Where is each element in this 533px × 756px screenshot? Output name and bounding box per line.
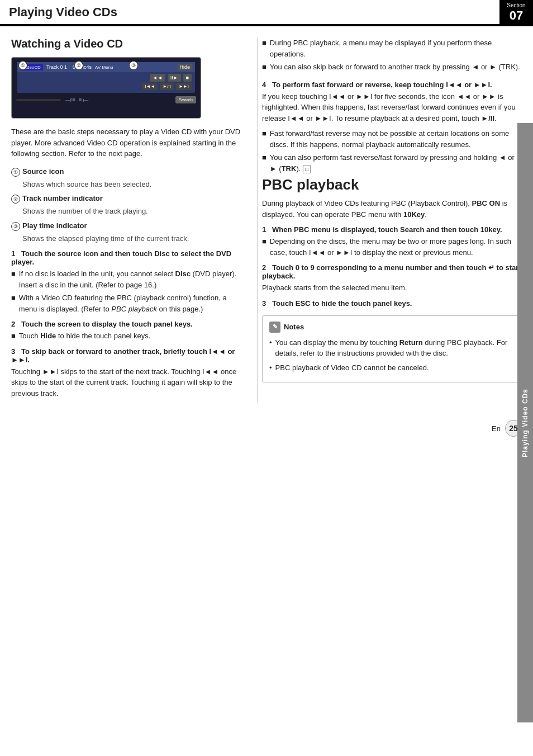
- step4-bullet1-text: Fast forward/fast reverse may not be pos…: [270, 128, 522, 150]
- device-screen: VideoCD Track 0 1 0 1mc4s AV Menu Hide ◄…: [17, 62, 195, 93]
- right-bullet1-text: During PBC playback, a menu may be displ…: [270, 37, 522, 59]
- notes-item-1: • You can display the menu by touching R…: [269, 337, 515, 359]
- notes-label: Notes: [284, 323, 304, 331]
- r-bullet-icon-2: ■: [262, 62, 266, 73]
- pbc-step1-bullet1: ■ Depending on the discs, the menu may b…: [262, 236, 522, 258]
- section-num: 07: [510, 8, 523, 23]
- pbc-title: PBC playback: [262, 176, 522, 193]
- pbc-step2-header: 2 Touch 0 to 9 corresponding to a menu n…: [262, 263, 522, 280]
- step4-bullet2: ■ You can also perform fast reverse/fast…: [262, 152, 522, 174]
- dev-btn-fwd[interactable]: II►: [168, 74, 181, 82]
- item2-desc: Shows the number of the track playing.: [22, 206, 244, 217]
- page-title: Playing Video CDs: [9, 5, 117, 20]
- header-title-wrap: Playing Video CDs: [0, 0, 499, 25]
- item1-desc: Shows which source has been selected.: [22, 179, 244, 190]
- notes-item-1-text: You can display the menu by touching Ret…: [275, 337, 515, 359]
- circle-label-1: ①: [18, 61, 27, 70]
- item3-num: ③: [11, 222, 20, 231]
- step4-bullet1: ■ Fast forward/fast reverse may not be p…: [262, 128, 522, 150]
- dev-btn-prev[interactable]: ◄◄: [150, 74, 165, 82]
- pbc-step1-header: 1 When PBC menu is displayed, touch Sear…: [262, 225, 522, 234]
- pbc-step1-bullet1-text: Depending on the discs, the menu may be …: [270, 236, 522, 258]
- dev-ctrl-skipback[interactable]: I◄◄: [142, 83, 158, 90]
- dev-btn-stop[interactable]: ■: [183, 74, 192, 82]
- item3-label: ③ Play time indicator: [11, 221, 244, 231]
- step1-bullet1: ■ If no disc is loaded in the unit, you …: [11, 268, 244, 290]
- step1-bullet2: ■ With a Video CD featuring the PBC (pla…: [11, 292, 244, 314]
- step3-body: Touching ►►I skips to the start of the n…: [11, 366, 244, 399]
- notes-item-2-text: PBC playback of Video CD cannot be cance…: [275, 362, 429, 374]
- section-badge: Section 07: [499, 0, 533, 25]
- notes-item-2: • PBC playback of Video CD cannot be can…: [269, 362, 515, 374]
- hide-tag: Hide: [178, 64, 192, 70]
- r-bullet-icon-4: ■: [262, 152, 266, 174]
- step1-bullet2-text: With a Video CD featuring the PBC (playb…: [19, 292, 244, 314]
- right-bullet2-text: You can also skip back or forward to ano…: [270, 62, 520, 73]
- pbc-bullet-icon-1: ■: [262, 236, 266, 258]
- side-tab-text: Playing Video CDs: [521, 389, 529, 457]
- item2-label: ② Track number indicator: [11, 194, 244, 204]
- step4-bullet2-text: You can also perform fast reverse/fast f…: [270, 152, 522, 174]
- page-header: Playing Video CDs Section 07: [0, 0, 533, 26]
- right-column: ■ During PBC playback, a menu may be dis…: [257, 37, 522, 403]
- device-search-btn[interactable]: Search: [175, 96, 196, 103]
- notes-box: ✎ Notes • You can display the menu by to…: [262, 315, 522, 383]
- footer-en-label: En: [492, 424, 501, 433]
- step2-bullet1-text: Touch Hide to hide the touch panel keys.: [19, 330, 151, 342]
- intro-body-text: These are the basic steps necessary to p…: [11, 126, 244, 159]
- step4-header: 4 To perform fast forward or reverse, ke…: [262, 81, 522, 89]
- section-label: Section: [507, 2, 525, 8]
- av-menu-tag: AV Menu: [95, 65, 113, 70]
- bullet-icon-2: ■: [11, 292, 16, 314]
- pbc-step3-header: 3 Touch ESC to hide the touch panel keys…: [262, 299, 522, 308]
- item3-desc: Shows the elapsed playing time of the cu…: [22, 233, 244, 244]
- item3-title: Play time indicator: [22, 221, 87, 230]
- notes-icon: ✎: [269, 322, 280, 333]
- pbc-intro: During playback of Video CDs featuring P…: [262, 198, 522, 220]
- step4-body: If you keep touching I◄◄ or ►►I for five…: [262, 91, 522, 124]
- item1-label: ① Source icon: [11, 167, 244, 177]
- circle-label-2: ②: [74, 61, 83, 70]
- step1-bullet1-text: If no disc is loaded in the unit, you ca…: [19, 268, 244, 290]
- dev-ctrl-playpause[interactable]: ►/II: [160, 83, 174, 90]
- notes-bullet-2: •: [269, 362, 272, 374]
- device-top-bar: VideoCD Track 0 1 0 1mc4s AV Menu Hide: [17, 62, 195, 72]
- page-footer: En 25: [0, 414, 533, 442]
- step3-header: 3 To skip back or forward to another tra…: [11, 347, 244, 364]
- watching-title: Watching a Video CD: [11, 37, 244, 50]
- step1-header: 1 Touch the source icon and then touch D…: [11, 249, 244, 266]
- item1-title: Source icon: [22, 167, 64, 176]
- pbc-step2-body: Playback starts from the selected menu i…: [262, 282, 522, 294]
- bullet-icon-1: ■: [11, 268, 16, 290]
- side-tab: Playing Video CDs: [517, 123, 533, 722]
- circle-label-3: ③: [129, 61, 138, 70]
- notes-header: ✎ Notes: [269, 322, 515, 333]
- item2-title: Track number indicator: [22, 194, 103, 202]
- device-progress-bar: [16, 99, 61, 101]
- device-image: VideoCD Track 0 1 0 1mc4s AV Menu Hide ◄…: [11, 57, 201, 119]
- r-bullet-icon-3: ■: [262, 128, 266, 150]
- notes-bullet-1: •: [269, 337, 272, 359]
- r-bullet-icon-1: ■: [262, 37, 266, 59]
- right-bullet1: ■ During PBC playback, a menu may be dis…: [262, 37, 522, 59]
- item2-num: ②: [11, 195, 20, 204]
- item1-num: ①: [11, 168, 20, 177]
- track-tag: Track 0 1: [46, 64, 67, 70]
- dev-ctrl-skipfwd[interactable]: ►►I: [176, 83, 192, 90]
- bullet-icon-3: ■: [11, 330, 16, 342]
- step2-header: 2 Touch the screen to display the touch …: [11, 320, 244, 328]
- device-time-indicator: —(III...III)—: [65, 97, 88, 102]
- right-bullet2: ■ You can also skip back or forward to a…: [262, 62, 522, 73]
- page-body: Watching a Video CD VideoCD Track 0 1 0 …: [0, 37, 533, 403]
- device-bottom-bar: —(III...III)— Search: [12, 95, 201, 105]
- step2-bullet1: ■ Touch Hide to hide the touch panel key…: [11, 330, 244, 342]
- left-column: Watching a Video CD VideoCD Track 0 1 0 …: [11, 37, 257, 403]
